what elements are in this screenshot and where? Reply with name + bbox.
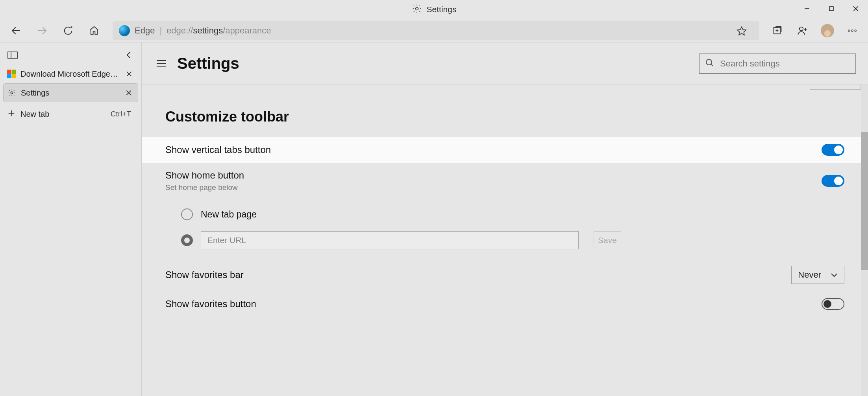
gear-icon: [7, 88, 16, 97]
more-menu-icon[interactable]: [841, 21, 863, 40]
refresh-button[interactable]: [57, 21, 80, 40]
radio-new-tab-page[interactable]: [181, 208, 193, 220]
radio-custom-url[interactable]: [181, 234, 193, 246]
home-url-input[interactable]: [201, 231, 579, 249]
svg-point-18: [855, 29, 856, 31]
section-title-customize-toolbar: Customize toolbar: [142, 85, 868, 137]
new-tab-button[interactable]: New tab Ctrl+T: [3, 105, 138, 123]
settings-title: Settings: [177, 55, 239, 72]
svg-point-16: [848, 29, 850, 31]
svg-point-23: [11, 92, 13, 94]
settings-header: Settings: [142, 42, 868, 85]
chevron-down-icon: [831, 270, 838, 280]
main-area: Download Microsoft Edge for Bu Settings …: [0, 42, 868, 396]
window-titlebar: Settings: [0, 0, 868, 19]
close-tab-icon[interactable]: [124, 69, 134, 79]
svg-line-32: [711, 64, 713, 66]
scrollbar-thumb[interactable]: [861, 132, 868, 270]
dropdown-value: Never: [798, 270, 821, 280]
svg-rect-19: [8, 52, 17, 58]
new-tab-label: New tab: [20, 110, 49, 119]
microsoft-logo-icon: [7, 70, 16, 78]
radio-row-custom-url[interactable]: Save: [181, 226, 844, 255]
browser-toolbar: Edge | edge://settings/appearance: [0, 19, 868, 42]
toggle-favorites-button[interactable]: [822, 298, 844, 310]
user-avatar[interactable]: [821, 24, 834, 37]
close-tab-icon[interactable]: [124, 88, 134, 98]
search-settings-box[interactable]: [699, 53, 856, 74]
url-text: edge://settings/appearance: [167, 26, 271, 36]
scrollbar-track[interactable]: [861, 85, 868, 396]
site-identity: Edge: [135, 26, 155, 36]
radio-row-new-tab-page[interactable]: New tab page: [181, 203, 844, 226]
setting-row-vertical-tabs: Show vertical tabs button: [142, 137, 868, 163]
url-host: settings: [193, 26, 223, 35]
svg-marker-7: [737, 27, 746, 35]
radio-label: New tab page: [201, 209, 257, 220]
back-button[interactable]: [5, 21, 28, 40]
settings-menu-icon[interactable]: [154, 56, 169, 72]
profile-sync-icon[interactable]: [792, 21, 814, 40]
minimize-button[interactable]: [795, 0, 819, 17]
setting-label: Show home button: [165, 170, 244, 181]
plus-icon: [7, 109, 16, 120]
svg-point-31: [706, 59, 712, 65]
tab-item-settings[interactable]: Settings: [3, 83, 138, 102]
maximize-button[interactable]: [819, 0, 844, 17]
partial-control-top: [810, 85, 861, 90]
setting-row-favorites-bar: Show favorites bar Never: [142, 259, 868, 291]
tab-item-download-edge[interactable]: Download Microsoft Edge for Bu: [3, 64, 138, 83]
save-button-label: Save: [598, 236, 617, 245]
vertical-tabs-sidebar: Download Microsoft Edge for Bu Settings …: [0, 42, 142, 396]
save-button[interactable]: Save: [594, 231, 621, 249]
titlebar-title-group: Settings: [412, 4, 457, 16]
tab-label: Download Microsoft Edge for Bu: [20, 70, 119, 79]
toolbar-right-icons: [766, 21, 863, 40]
vertical-tabs-header: [3, 46, 138, 64]
svg-point-17: [851, 29, 853, 31]
home-page-radio-group: New tab page Save: [142, 199, 868, 259]
gear-icon: [412, 4, 422, 16]
setting-label: Show favorites button: [165, 298, 256, 309]
setting-sublabel: Set home page below: [165, 183, 244, 192]
url-path: /appearance: [223, 26, 271, 35]
setting-row-favorites-button: Show favorites button: [142, 291, 868, 317]
address-bar[interactable]: Edge | edge://settings/appearance: [113, 21, 759, 40]
new-tab-shortcut: Ctrl+T: [111, 110, 131, 118]
svg-point-0: [415, 7, 418, 10]
settings-body: Customize toolbar Show vertical tabs but…: [142, 85, 868, 396]
window-title: Settings: [427, 5, 457, 14]
svg-rect-2: [829, 7, 833, 11]
address-divider: |: [159, 26, 162, 36]
favorite-star-icon[interactable]: [730, 21, 753, 40]
search-settings-input[interactable]: [720, 59, 850, 69]
close-button[interactable]: [844, 0, 868, 17]
setting-label: Show vertical tabs button: [165, 144, 271, 155]
collapse-tabs-icon[interactable]: [122, 48, 136, 62]
edge-logo-icon: [119, 25, 130, 36]
toggle-vertical-tabs[interactable]: [822, 144, 844, 156]
settings-content: Settings Customize toolbar Show vertical…: [142, 42, 868, 396]
collections-icon[interactable]: [766, 21, 788, 40]
favorites-bar-dropdown[interactable]: Never: [791, 266, 844, 284]
svg-point-13: [800, 27, 803, 30]
toggle-home-button[interactable]: [822, 175, 844, 187]
tab-label: Settings: [21, 88, 119, 98]
window-controls: [795, 0, 868, 17]
url-scheme: edge://: [167, 26, 193, 35]
search-icon: [705, 58, 714, 69]
setting-row-home-button: Show home button Set home page below: [142, 163, 868, 199]
setting-label: Show favorites bar: [165, 269, 244, 280]
tabs-panel-icon[interactable]: [6, 48, 20, 62]
home-button[interactable]: [83, 21, 105, 40]
forward-button[interactable]: [31, 21, 54, 40]
